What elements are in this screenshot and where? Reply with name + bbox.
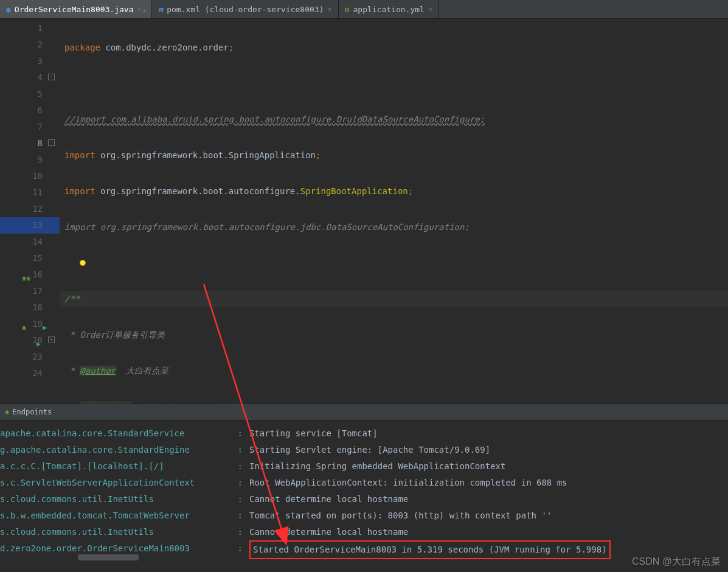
close-icon[interactable]: × <box>428 5 432 13</box>
doc-star: * <box>64 402 80 403</box>
java-class-icon: ● <box>6 5 11 14</box>
tab-orderservicemain[interactable]: ● OrderServiceMain8003.java × <box>0 0 152 18</box>
log-logger: a.c.c.C.[Tomcat].[localhost].[/] <box>0 458 232 475</box>
horizontal-scrollbar-thumb[interactable] <box>78 554 139 560</box>
line-number: 10 <box>32 171 43 181</box>
log-row: a.c.c.C.[Tomcat].[localhost].[/] : Initi… <box>0 458 728 475</box>
log-message: Cannot determine local hostname <box>249 491 408 507</box>
import-path: org.springframework.boot. <box>95 150 229 160</box>
log-row: s.b.w.embedded.tomcat.TomcatWebServer : … <box>0 507 728 524</box>
keyword: import <box>64 222 95 232</box>
maven-icon: m <box>158 5 163 14</box>
log-row: s.cloud.commons.util.InetUtils : Cannot … <box>0 491 728 507</box>
doc-value: OrderServiceMain8003 <box>131 402 244 403</box>
log-message: Started OrderServiceMain8003 in 5.319 se… <box>249 540 611 559</box>
line-number: 16 <box>32 270 43 279</box>
gutter: 1 2 3 4- 5 6 7 8- 9 10 11 12 13 14 15 16… <box>0 19 60 403</box>
import-class: SpringApplication <box>229 150 316 160</box>
log-separator: : <box>232 442 249 458</box>
log-separator: : <box>232 540 249 559</box>
tab-applicationyml[interactable]: ⚙ application.yml × <box>339 0 439 18</box>
log-row: apache.catalina.core.StandardService : S… <box>0 425 728 442</box>
log-separator: : <box>232 458 249 475</box>
line-number: 23 <box>32 352 43 361</box>
line-number: 4 <box>38 72 43 82</box>
line-number: 6 <box>38 105 43 115</box>
fold-icon[interactable]: - <box>48 74 55 80</box>
console-output[interactable]: apache.catalina.core.StandardService : S… <box>0 420 728 560</box>
log-separator: : <box>232 524 249 540</box>
line-number: 17 <box>32 286 43 296</box>
doc-tag: @className <box>80 402 131 403</box>
line-number: 12 <box>32 204 43 214</box>
tab-pomxml[interactable]: m pom.xml (cloud-order-service8003) × <box>152 0 338 18</box>
endpoints-tab[interactable]: ❀ Endpoints <box>5 408 52 416</box>
line-number: 3 <box>38 56 43 66</box>
log-message: Starting Servlet engine: [Apache Tomcat/… <box>249 442 490 458</box>
log-logger: s.cloud.commons.util.InetUtils <box>0 491 232 507</box>
log-logger: s.c.ServletWebServerApplicationContext <box>0 475 232 491</box>
import-class: SpringBootApplication <box>300 186 408 196</box>
line-number: 11 <box>32 187 43 197</box>
line-number: 1 <box>38 23 43 33</box>
line-number: 7 <box>38 122 43 131</box>
watermark: CSDN @大白有点菜 <box>632 556 721 568</box>
line-number: 24 <box>32 368 43 378</box>
close-icon[interactable]: × <box>327 5 331 13</box>
keyword: package <box>64 43 100 52</box>
tab-label: application.yml <box>353 5 425 14</box>
tab-label: OrderServiceMain8003.java <box>15 5 134 14</box>
intention-bulb-icon[interactable] <box>80 260 86 266</box>
line-number: 13 <box>32 220 43 230</box>
tab-label: pom.xml (cloud-order-service8003) <box>167 5 324 14</box>
log-message: Cannot determine local hostname <box>249 524 408 540</box>
log-message: Tomcat started on port(s): 8003 (http) w… <box>249 507 552 524</box>
doc-star: * <box>64 366 80 375</box>
doc-star: * <box>64 330 80 340</box>
log-row: s.cloud.commons.util.InetUtils : Cannot … <box>0 524 728 540</box>
import-path: org.springframework.boot.autoconfigure. <box>95 186 300 196</box>
close-icon[interactable]: × <box>137 5 146 13</box>
spring-icon: ❀ <box>5 408 9 416</box>
log-logger: apache.catalina.core.StandardService <box>0 425 232 442</box>
package-name: com.dbydc.zero2one.order <box>100 43 229 52</box>
tool-window-header: ❀ Endpoints <box>0 403 728 420</box>
doc-comment: /** <box>64 294 80 304</box>
log-message: Initializing Spring embedded WebApplicat… <box>249 458 505 475</box>
code-area[interactable]: package com.dbydc.zero2one.order; //impo… <box>60 19 728 403</box>
log-logger: g.apache.catalina.core.StandardEngine <box>0 442 232 458</box>
keyword: import <box>64 150 95 160</box>
spring-config-icon: ⚙ <box>345 5 350 14</box>
fold-icon[interactable]: - <box>48 139 55 146</box>
tab-label: Endpoints <box>12 408 52 416</box>
log-message: Root WebApplicationContext: initializati… <box>249 475 567 491</box>
doc-value: 大白有点菜 <box>116 366 168 375</box>
log-logger: s.cloud.commons.util.InetUtils <box>0 524 232 540</box>
import-path: org.springframework.boot.autoconfigure.j… <box>95 222 470 232</box>
log-logger: s.b.w.embedded.tomcat.TomcatWebServer <box>0 507 232 524</box>
editor-tab-bar: ● OrderServiceMain8003.java × m pom.xml … <box>0 0 728 19</box>
line-number: 14 <box>32 237 43 246</box>
log-message: Starting service [Tomcat] <box>249 425 378 442</box>
line-number: 9 <box>38 155 43 164</box>
fold-icon[interactable]: + <box>48 337 55 343</box>
line-number: 8 <box>38 138 43 148</box>
doc-text: Order订单服务引导类 <box>80 330 165 340</box>
doc-tag: @author <box>80 366 116 375</box>
line-number: 18 <box>32 302 43 312</box>
line-number: 19 <box>32 319 43 329</box>
log-separator: : <box>232 475 249 491</box>
line-number: 15 <box>32 253 43 263</box>
log-row: s.c.ServletWebServerApplicationContext :… <box>0 475 728 491</box>
line-number: 2 <box>38 40 43 49</box>
commented-import: //import com.alibaba.druid.spring.boot.a… <box>64 114 485 124</box>
log-row: g.apache.catalina.core.StandardEngine : … <box>0 442 728 458</box>
log-separator: : <box>232 491 249 507</box>
log-separator: : <box>232 425 249 442</box>
line-number: 5 <box>38 89 43 99</box>
keyword: import <box>64 186 95 196</box>
code-editor: 1 2 3 4- 5 6 7 8- 9 10 11 12 13 14 15 16… <box>0 19 728 403</box>
log-separator: : <box>232 507 249 524</box>
